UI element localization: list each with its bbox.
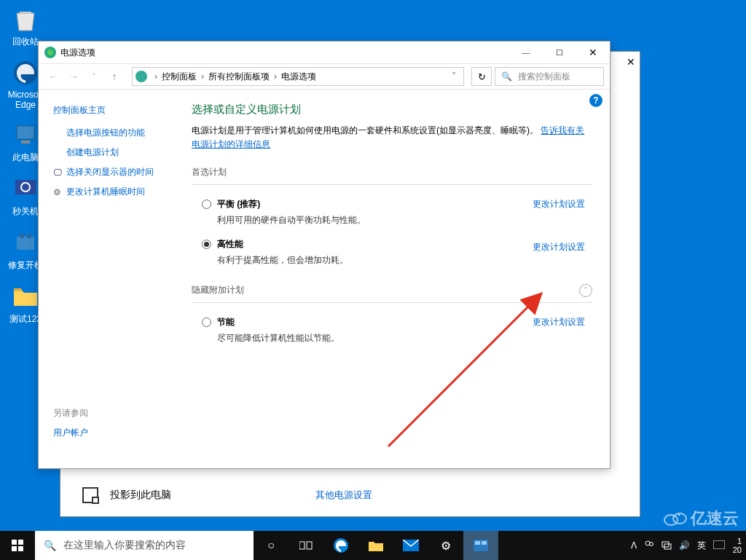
sidebar-item-create-plan[interactable]: 创建电源计划: [53, 146, 177, 159]
help-icon[interactable]: ?: [589, 94, 602, 107]
svg-rect-19: [475, 541, 480, 545]
forward-button[interactable]: →: [65, 68, 82, 85]
close-icon[interactable]: ✕: [627, 56, 635, 68]
svg-rect-25: [713, 540, 725, 549]
gear-icon: ⚙: [53, 187, 66, 197]
change-plan-settings-link[interactable]: 更改计划设置: [505, 316, 585, 328]
breadcrumb-item[interactable]: 电源选项: [280, 71, 318, 83]
chevron-right-icon: ›: [198, 71, 207, 82]
breadcrumb-item[interactable]: 控制面板: [160, 71, 198, 83]
sidebar: 控制面板主页 选择电源按钮的功能 创建电源计划 🖵选择关闭显示器的时间 ⚙更改计…: [39, 90, 192, 468]
plan-name: 高性能: [217, 238, 243, 251]
svg-point-21: [645, 541, 650, 545]
plan-desc: 有利于提高性能，但会增加功耗。: [217, 254, 505, 267]
watermark: 亿速云: [663, 508, 739, 529]
desktop-label: 测试123: [9, 313, 42, 326]
task-view-button[interactable]: [288, 531, 323, 560]
tray-network-icon[interactable]: [658, 540, 675, 552]
power-plan-energy-saver: 节能 尽可能降低计算机性能以节能。: [202, 316, 505, 344]
desktop-label: 此电脑: [12, 151, 39, 164]
collapse-button[interactable]: ˆ: [579, 284, 592, 297]
annotation-arrow: [374, 279, 563, 454]
search-input[interactable]: 🔍 搜索控制面板: [495, 67, 604, 86]
minimize-button[interactable]: —: [509, 42, 543, 63]
plan-desc: 利用可用的硬件自动平衡功耗与性能。: [217, 214, 505, 226]
project-to-pc-label[interactable]: 投影到此电脑: [110, 489, 171, 502]
power-options-icon: [44, 47, 56, 58]
project-icon: [82, 487, 98, 503]
desktop-label: 回收站: [12, 36, 39, 48]
refresh-button[interactable]: ↻: [471, 67, 492, 86]
divider: [192, 302, 592, 303]
sidebar-item-button-action[interactable]: 选择电源按钮的功能: [53, 127, 177, 139]
back-button[interactable]: ←: [44, 68, 62, 85]
tray-clock[interactable]: 1 20: [729, 537, 746, 554]
change-plan-settings-link[interactable]: 更改计划设置: [505, 241, 585, 253]
taskbar-edge[interactable]: [323, 531, 358, 560]
other-power-settings-link[interactable]: 其他电源设置: [315, 489, 372, 502]
desktop-label: 秒关机: [12, 205, 39, 218]
search-placeholder: 搜索控制面板: [518, 71, 570, 83]
control-panel-home-link[interactable]: 控制面板主页: [53, 104, 177, 117]
tray-ime[interactable]: 英: [694, 540, 710, 552]
page-heading: 选择或自定义电源计划: [192, 103, 592, 117]
maximize-button[interactable]: ☐: [543, 42, 576, 63]
recycle-bin-icon: [11, 4, 40, 33]
svg-point-8: [47, 50, 53, 55]
sidebar-item-display-off[interactable]: 🖵选择关闭显示器的时间: [53, 166, 177, 178]
svg-rect-5: [17, 237, 34, 250]
plan-desc: 尽可能降低计算机性能以节能。: [217, 332, 505, 344]
tray-up-icon[interactable]: ᐱ: [627, 540, 640, 551]
taskbar-mail[interactable]: [393, 531, 428, 560]
user-accounts-link[interactable]: 用户帐户: [53, 427, 177, 439]
change-plan-settings-link[interactable]: 更改计划设置: [505, 198, 585, 210]
radio-energy-saver[interactable]: [202, 318, 211, 327]
chevron-right-icon: ›: [152, 71, 160, 82]
power-plan-balanced: 平衡 (推荐) 利用可用的硬件自动平衡功耗与性能。: [202, 198, 505, 226]
svg-rect-1: [17, 126, 34, 139]
taskbar-search[interactable]: 🔍 在这里输入你要搜索的内容: [35, 531, 254, 560]
folder-icon: [11, 282, 40, 311]
up-button[interactable]: ˅: [85, 68, 103, 85]
page-description: 电源计划是用于管理计算机如何使用电源的一套硬件和系统设置(如显示器亮度、睡眠等)…: [192, 124, 592, 151]
close-button[interactable]: ✕: [576, 42, 610, 63]
computer-icon: [11, 120, 40, 149]
chevron-right-icon: ›: [271, 71, 280, 82]
svg-rect-2: [21, 141, 30, 143]
taskbar: 🔍 在这里输入你要搜索的内容 ○ ⚙ ᐱ 🔊 英 1 20: [0, 531, 746, 560]
power-plan-high-performance: 高性能 有利于提高性能，但会增加功耗。: [202, 238, 505, 267]
cortana-button[interactable]: ○: [254, 531, 288, 560]
repair-icon: [11, 228, 40, 257]
svg-rect-7: [27, 234, 31, 238]
tray-volume-icon[interactable]: 🔊: [675, 540, 694, 551]
radio-balanced[interactable]: [202, 200, 211, 209]
windows-icon: [12, 540, 23, 551]
see-also-title: 另请参阅: [53, 407, 177, 419]
nav-up-icon[interactable]: ↑: [106, 68, 123, 85]
tray-keyboard-icon[interactable]: [710, 540, 729, 551]
search-placeholder: 在这里输入你要搜索的内容: [63, 539, 186, 552]
address-dropdown-icon[interactable]: ˅: [447, 71, 460, 82]
taskbar-control-panel[interactable]: [463, 531, 498, 560]
address-icon: [136, 71, 147, 82]
svg-rect-6: [20, 234, 24, 238]
svg-rect-15: [307, 542, 312, 549]
taskbar-settings[interactable]: ⚙: [428, 531, 463, 560]
address-bar[interactable]: › 控制面板 › 所有控制面板项 › 电源选项 ˅: [132, 67, 464, 86]
tray-people-icon[interactable]: [640, 540, 658, 552]
power-options-window: 电源选项 — ☐ ✕ ← → ˅ ↑ › 控制面板 › 所有控制面板项 › 电源…: [38, 41, 610, 469]
plan-name: 节能: [217, 316, 235, 328]
svg-point-12: [674, 516, 676, 518]
preferred-plans-label: 首选计划: [192, 166, 592, 178]
edge-icon: [11, 58, 40, 87]
sidebar-item-sleep-time[interactable]: ⚙更改计算机睡眠时间: [53, 186, 177, 198]
taskbar-explorer[interactable]: [358, 531, 393, 560]
breadcrumb-item[interactable]: 所有控制面板项: [207, 71, 271, 83]
navigation-row: ← → ˅ ↑ › 控制面板 › 所有控制面板项 › 电源选项 ˅ ↻ 🔍 搜索…: [39, 63, 610, 90]
divider: [192, 184, 592, 185]
svg-rect-14: [299, 542, 305, 549]
radio-high-performance[interactable]: [202, 240, 211, 249]
start-button[interactable]: [0, 531, 35, 560]
hidden-plans-label: 隐藏附加计划: [192, 284, 579, 296]
system-tray: ᐱ 🔊 英 1 20: [627, 537, 746, 554]
